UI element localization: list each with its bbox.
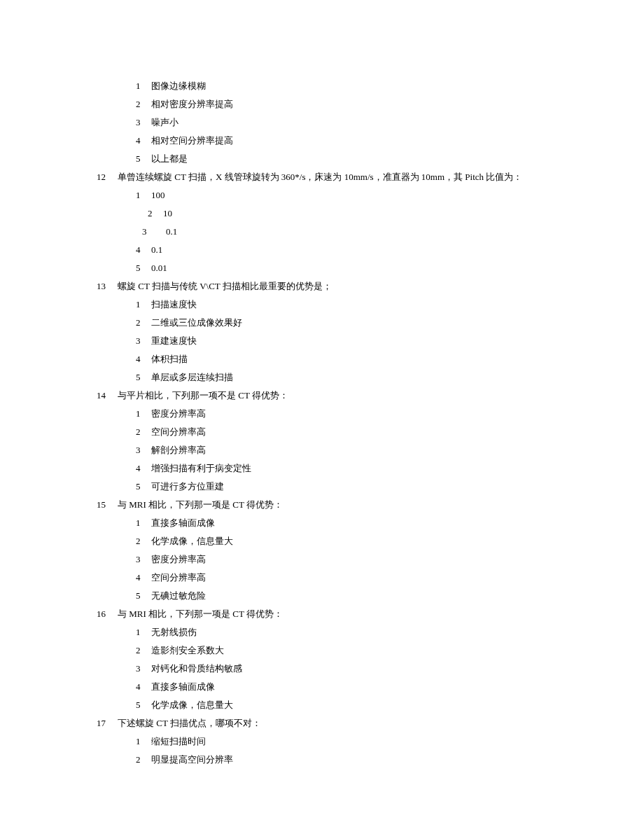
option-item: 3对钙化和骨质结构敏感 [91,660,567,678]
option-number: 4 [136,678,151,696]
question-item: 16与 MRI 相比，下列那一项是 CT 得优势： [91,605,567,623]
option-text: 空间分辨率高 [151,569,206,587]
option-item: 30.1 [91,223,567,241]
option-item: 4直接多轴面成像 [91,678,567,696]
question-number: 14 [97,387,118,405]
option-number: 2 [136,751,151,769]
option-item: 1图像边缘模糊 [91,77,567,95]
option-text: 图像边缘模糊 [151,77,206,95]
option-item: 5单层或多层连续扫描 [91,368,567,387]
option-item: 2造影剂安全系数大 [91,641,567,660]
option-number: 1 [136,732,151,751]
option-text: 单层或多层连续扫描 [151,368,233,387]
orphan-options-group: 1图像边缘模糊2相对密度分辨率提高3噪声小4相对空间分辨率提高5以上都是 [91,77,567,168]
questions-group: 12单曾连续螺旋 CT 扫描，X 线管球旋转为 360*/s，床速为 10mm/… [91,168,567,769]
option-item: 3噪声小 [91,113,567,132]
option-text: 重建速度快 [151,332,197,350]
option-item: 3解剖分辨率高 [91,441,567,459]
question-item: 12单曾连续螺旋 CT 扫描，X 线管球旋转为 360*/s，床速为 10mm/… [91,168,567,186]
option-item: 2空间分辨率高 [91,423,567,441]
question-number: 12 [97,168,118,186]
option-item: 5无碘过敏危险 [91,587,567,605]
question-item: 13螺旋 CT 扫描与传统 V\CT 扫描相比最重要的优势是； [91,277,567,296]
question-item: 17下述螺旋 CT 扫描优点，哪项不对： [91,714,567,732]
option-item: 1100 [91,186,567,204]
option-item: 1无射线损伤 [91,623,567,641]
option-item: 3重建速度快 [91,332,567,350]
option-number: 4 [136,459,151,478]
option-item: 50.01 [91,259,567,277]
option-text: 0.1 [151,241,162,259]
question-number: 17 [97,714,118,732]
option-text: 二维或三位成像效果好 [151,314,242,332]
option-number: 2 [148,204,163,223]
option-number: 5 [136,150,151,168]
question-text: 下述螺旋 CT 扫描优点，哪项不对： [118,714,261,732]
option-number: 1 [136,296,151,314]
question-item: 15与 MRI 相比，下列那一项是 CT 得优势： [91,496,567,514]
option-text: 无碘过敏危险 [151,587,206,605]
option-number: 1 [136,405,151,423]
option-number: 5 [136,368,151,387]
option-number: 1 [136,623,151,641]
option-number: 2 [136,532,151,550]
option-item: 2二维或三位成像效果好 [91,314,567,332]
option-item: 5化学成像，信息量大 [91,696,567,714]
option-text: 可进行多方位重建 [151,478,224,496]
option-item: 1缩短扫描时间 [91,732,567,751]
option-text: 扫描速度快 [151,296,197,314]
option-text: 密度分辨率高 [151,405,206,423]
option-number: 1 [136,77,151,95]
option-number: 5 [136,587,151,605]
option-number: 4 [136,241,151,259]
option-item: 2相对密度分辨率提高 [91,95,567,113]
question-item: 14与平片相比，下列那一项不是 CT 得优势： [91,387,567,405]
question-number: 13 [97,277,118,296]
option-text: 缩短扫描时间 [151,732,206,751]
option-text: 解剖分辨率高 [151,441,206,459]
option-item: 4空间分辨率高 [91,569,567,587]
option-number: 3 [136,441,151,459]
option-number: 5 [136,478,151,496]
option-text: 相对密度分辨率提高 [151,95,233,113]
option-item: 4增强扫描有利于病变定性 [91,459,567,478]
option-text: 体积扫描 [151,350,188,368]
question-text: 与 MRI 相比，下列那一项是 CT 得优势： [118,496,283,514]
question-number: 15 [97,496,118,514]
option-number: 4 [136,350,151,368]
option-text: 空间分辨率高 [151,423,206,441]
question-number: 16 [97,605,118,623]
option-item: 3密度分辨率高 [91,550,567,569]
option-text: 0.01 [151,259,167,277]
option-text: 化学成像，信息量大 [151,696,233,714]
option-item: 5以上都是 [91,150,567,168]
option-text: 无射线损伤 [151,623,197,641]
question-text: 与 MRI 相比，下列那一项是 CT 得优势： [118,605,283,623]
option-number: 3 [136,113,151,132]
option-number: 3 [142,223,166,241]
question-text: 单曾连续螺旋 CT 扫描，X 线管球旋转为 360*/s，床速为 10mm/s，… [118,168,522,186]
option-text: 造影剂安全系数大 [151,641,224,660]
option-number: 2 [136,95,151,113]
option-item: 1扫描速度快 [91,296,567,314]
option-item: 4体积扫描 [91,350,567,368]
option-text: 密度分辨率高 [151,550,206,569]
option-number: 1 [136,186,151,204]
option-text: 明显提高空间分辨率 [151,751,233,769]
option-text: 化学成像，信息量大 [151,532,233,550]
question-text: 螺旋 CT 扫描与传统 V\CT 扫描相比最重要的优势是； [118,277,332,296]
option-number: 2 [136,423,151,441]
option-item: 1密度分辨率高 [91,405,567,423]
option-item: 1直接多轴面成像 [91,514,567,532]
option-text: 噪声小 [151,113,178,132]
option-item: 4相对空间分辨率提高 [91,132,567,150]
option-number: 5 [136,259,151,277]
option-text: 10 [163,204,172,223]
option-text: 0.1 [166,223,177,241]
option-text: 增强扫描有利于病变定性 [151,459,251,478]
option-item: 2明显提高空间分辨率 [91,751,567,769]
option-item: 40.1 [91,241,567,259]
option-number: 1 [136,514,151,532]
option-number: 5 [136,696,151,714]
option-number: 3 [136,332,151,350]
